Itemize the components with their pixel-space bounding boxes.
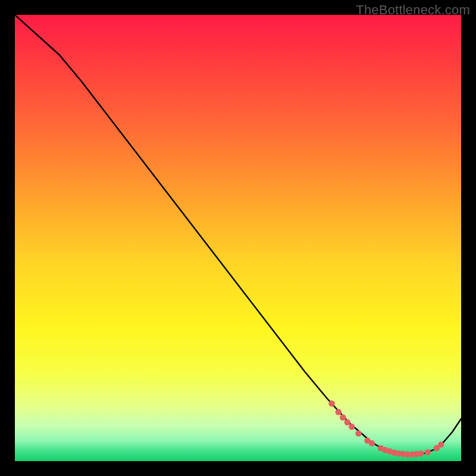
- marker-dot: [336, 409, 342, 415]
- marker-dot: [418, 450, 424, 456]
- marker-dot: [349, 424, 355, 430]
- marker-dot: [438, 441, 444, 447]
- bottleneck-chart: [15, 15, 461, 461]
- marker-dot: [340, 414, 346, 420]
- marker-dot: [369, 440, 375, 446]
- marker-dot: [345, 419, 350, 425]
- marker-dot: [328, 400, 334, 406]
- marker-dot: [425, 449, 431, 455]
- chart-frame: TheBottleneck.com: [0, 0, 476, 476]
- marker-dot: [355, 430, 361, 436]
